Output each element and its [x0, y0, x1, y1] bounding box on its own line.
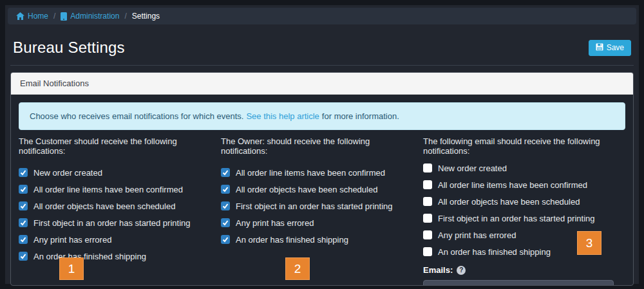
info-alert: Choose who receives email notifications …: [19, 102, 625, 130]
email-checkbox-item[interactable]: First object in an order has started pri…: [423, 210, 614, 227]
checkbox[interactable]: [423, 180, 432, 189]
panel-body: Choose who receives email notifications …: [11, 95, 633, 285]
owner-notifications-column: The Owner: should receive the following …: [221, 136, 423, 285]
customer-notifications-column: The Customer should receive the followin…: [19, 136, 221, 285]
annotation-badge-1: 1: [59, 257, 84, 280]
checkbox[interactable]: [19, 185, 28, 194]
checkbox-label: First object in an order has started pri…: [236, 201, 393, 211]
email-checkbox-item[interactable]: All order line items have been confirmed: [423, 176, 614, 193]
email-notifications-panel: Email Notifications Choose who receives …: [10, 72, 634, 286]
customer-checkbox-item[interactable]: First object in an order has started pri…: [19, 214, 209, 231]
checkbox-label: An order has finished shipping: [236, 235, 348, 245]
customer-checkbox-item[interactable]: Any print has errored: [19, 231, 209, 248]
emails-label-row: Emails: ?: [423, 265, 614, 275]
checkbox-label: An order has finished shipping: [438, 247, 551, 257]
breadcrumb: Home / Administration / Settings: [8, 8, 636, 24]
save-button-label: Save: [607, 43, 624, 52]
checkbox[interactable]: [221, 185, 230, 194]
email-notifications-column: The following email should receive the f…: [423, 136, 625, 285]
checkbox[interactable]: [19, 218, 28, 227]
annotation-badge-2: 2: [285, 257, 310, 280]
help-icon[interactable]: ?: [457, 266, 466, 275]
checkbox[interactable]: [423, 214, 432, 223]
title-row: Bureau Settings Save: [13, 37, 631, 58]
breadcrumb-separator: /: [124, 12, 126, 21]
panel-header: Email Notifications: [11, 73, 633, 95]
checkbox-label: All order objects have been scheduled: [438, 197, 580, 207]
annotation-badge-3: 3: [577, 231, 601, 255]
checkbox-label: Any print has errored: [236, 218, 314, 228]
breadcrumb-administration-link[interactable]: Administration: [61, 12, 119, 21]
divider: [10, 65, 634, 66]
checkbox[interactable]: [19, 252, 28, 261]
owner-checkbox-item[interactable]: First object in an order has started pri…: [221, 198, 412, 214]
help-article-link[interactable]: See this help article: [246, 111, 319, 121]
owner-checkbox-item[interactable]: An order has finished shipping: [221, 231, 412, 248]
checkbox-label: An order has finished shipping: [33, 252, 146, 261]
save-icon: [596, 43, 603, 53]
email-column-header: The following email should receive the f…: [423, 136, 614, 156]
checkbox-label: Any print has errored: [33, 235, 111, 245]
home-icon: [16, 12, 24, 20]
owner-column-header: The Owner: should receive the following …: [221, 136, 412, 156]
breadcrumb-home-link[interactable]: Home: [16, 12, 48, 21]
owner-checkbox-item[interactable]: All order objects have been scheduled: [221, 181, 412, 198]
breadcrumb-current-page: Settings: [132, 12, 160, 21]
emails-input[interactable]: [423, 280, 614, 285]
checkbox[interactable]: [423, 163, 432, 172]
checkbox-label: All order line items have been confirmed: [236, 168, 385, 178]
emails-label: Emails:: [423, 265, 453, 275]
customer-checkbox-item[interactable]: All order objects have been scheduled: [19, 198, 209, 214]
checkbox[interactable]: [19, 235, 28, 244]
breadcrumb-home-label: Home: [28, 12, 48, 21]
owner-checkbox-item[interactable]: All order line items have been confirmed: [221, 164, 412, 181]
info-alert-text: Choose who receives email notifications …: [30, 111, 243, 121]
checkbox-label: All order objects have been scheduled: [236, 185, 377, 194]
checkbox-label: All order line items have been confirmed: [33, 185, 183, 194]
customer-checkbox-item[interactable]: All order line items have been confirmed: [19, 181, 209, 198]
checkbox[interactable]: [423, 247, 432, 256]
tablet-icon: [61, 12, 67, 21]
checkbox-label: Any print has errored: [438, 230, 516, 240]
checkbox-label: New order created: [438, 163, 507, 173]
checkbox-label: All order objects have been scheduled: [33, 201, 175, 211]
notification-columns: The Customer should receive the followin…: [19, 136, 625, 285]
checkbox[interactable]: [423, 197, 432, 206]
checkbox-label: First object in an order has started pri…: [438, 214, 595, 223]
checkbox[interactable]: [423, 230, 432, 239]
customer-checkbox-item[interactable]: An order has finished shipping: [19, 248, 209, 265]
checkbox[interactable]: [19, 201, 28, 210]
save-button[interactable]: Save: [589, 40, 631, 56]
checkbox[interactable]: [221, 218, 230, 227]
customer-column-header: The Customer should receive the followin…: [19, 136, 209, 156]
page: Home / Administration / Settings Bureau …: [0, 0, 644, 289]
checkbox[interactable]: [19, 168, 28, 177]
owner-checkbox-item[interactable]: Any print has errored: [221, 214, 412, 231]
email-checkbox-item[interactable]: All order objects have been scheduled: [423, 193, 614, 210]
info-alert-text-after: for more information.: [322, 111, 399, 121]
checkbox-label: First object in an order has started pri…: [33, 218, 191, 228]
checkbox-label: All order line items have been confirmed: [438, 180, 587, 190]
checkbox[interactable]: [221, 168, 230, 177]
customer-checkbox-item[interactable]: New order created: [19, 164, 209, 181]
email-checkbox-item[interactable]: New order created: [423, 160, 614, 176]
breadcrumb-separator: /: [53, 12, 55, 21]
checkbox[interactable]: [221, 235, 230, 244]
page-title: Bureau Settings: [13, 39, 125, 57]
checkbox-label: New order created: [33, 168, 102, 178]
checkbox[interactable]: [221, 201, 230, 210]
breadcrumb-administration-label: Administration: [70, 12, 119, 21]
content-area: Home / Administration / Settings Bureau …: [5, 5, 639, 284]
